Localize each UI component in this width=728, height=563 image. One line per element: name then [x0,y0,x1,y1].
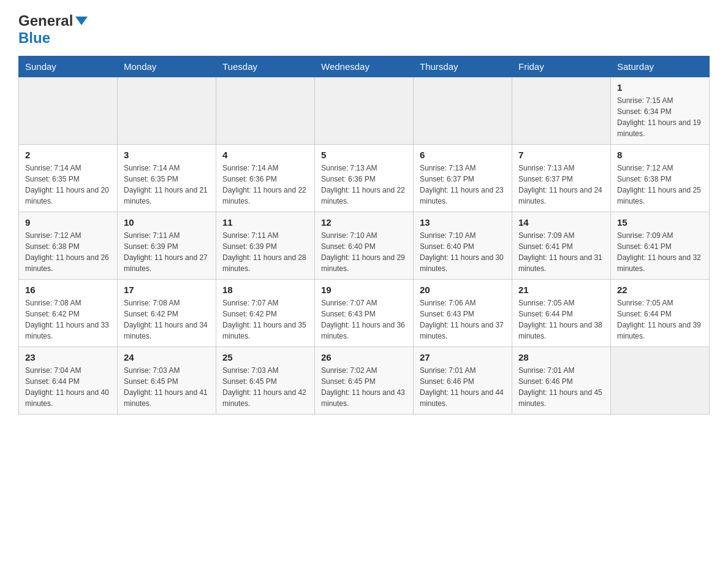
calendar-cell [19,77,118,145]
calendar-cell [315,77,414,145]
calendar-cell: 21Sunrise: 7:05 AM Sunset: 6:44 PM Dayli… [512,280,611,347]
day-number: 25 [222,352,308,362]
day-info: Sunrise: 7:02 AM Sunset: 6:45 PM Dayligh… [321,365,407,409]
day-info: Sunrise: 7:13 AM Sunset: 6:37 PM Dayligh… [518,163,604,207]
day-info: Sunrise: 7:01 AM Sunset: 6:46 PM Dayligh… [420,365,506,409]
day-number: 5 [321,150,407,160]
calendar-cell [118,77,216,145]
day-info: Sunrise: 7:08 AM Sunset: 6:42 PM Dayligh… [25,297,111,342]
day-number: 4 [222,150,308,160]
day-info: Sunrise: 7:10 AM Sunset: 6:40 PM Dayligh… [321,230,407,274]
day-number: 20 [420,285,506,295]
calendar-cell: 27Sunrise: 7:01 AM Sunset: 6:46 PM Dayli… [414,347,512,415]
day-number: 27 [420,352,506,362]
calendar-week-row: 1Sunrise: 7:15 AM Sunset: 6:34 PM Daylig… [19,77,710,145]
day-info: Sunrise: 7:07 AM Sunset: 6:43 PM Dayligh… [321,297,407,342]
calendar-table: SundayMondayTuesdayWednesdayThursdayFrid… [18,56,710,415]
calendar-cell: 14Sunrise: 7:09 AM Sunset: 6:41 PM Dayli… [512,212,611,280]
calendar-cell: 24Sunrise: 7:03 AM Sunset: 6:45 PM Dayli… [118,347,216,415]
calendar-header-saturday: Saturday [611,56,710,77]
calendar-cell: 18Sunrise: 7:07 AM Sunset: 6:42 PM Dayli… [216,280,315,347]
day-number: 14 [518,217,604,228]
page-header: General Blue [18,12,710,50]
day-number: 2 [25,150,111,160]
day-info: Sunrise: 7:14 AM Sunset: 6:35 PM Dayligh… [124,163,210,207]
day-info: Sunrise: 7:14 AM Sunset: 6:35 PM Dayligh… [25,163,111,207]
logo-blue-part: Blue [18,29,50,47]
day-info: Sunrise: 7:03 AM Sunset: 6:45 PM Dayligh… [222,365,308,409]
calendar-cell: 10Sunrise: 7:11 AM Sunset: 6:39 PM Dayli… [118,212,216,280]
day-number: 23 [25,352,111,362]
day-info: Sunrise: 7:11 AM Sunset: 6:39 PM Dayligh… [124,230,210,274]
day-info: Sunrise: 7:15 AM Sunset: 6:34 PM Dayligh… [617,95,703,139]
day-number: 26 [321,352,407,362]
logo-triangle-icon [75,17,88,25]
calendar-header-monday: Monday [118,56,216,77]
day-number: 9 [25,217,111,228]
logo-general-part: General [18,12,73,29]
day-number: 10 [124,217,210,228]
calendar-cell: 15Sunrise: 7:09 AM Sunset: 6:41 PM Dayli… [611,212,710,280]
calendar-cell: 9Sunrise: 7:12 AM Sunset: 6:38 PM Daylig… [19,212,118,280]
day-info: Sunrise: 7:04 AM Sunset: 6:44 PM Dayligh… [25,365,111,409]
calendar-cell: 26Sunrise: 7:02 AM Sunset: 6:45 PM Dayli… [315,347,414,415]
day-info: Sunrise: 7:08 AM Sunset: 6:42 PM Dayligh… [124,297,210,342]
calendar-cell: 16Sunrise: 7:08 AM Sunset: 6:42 PM Dayli… [19,280,118,347]
calendar-cell [216,77,315,145]
calendar-cell: 4Sunrise: 7:14 AM Sunset: 6:36 PM Daylig… [216,145,315,212]
day-info: Sunrise: 7:13 AM Sunset: 6:36 PM Dayligh… [321,163,407,207]
day-info: Sunrise: 7:03 AM Sunset: 6:45 PM Dayligh… [124,365,210,409]
day-number: 19 [321,285,407,295]
day-info: Sunrise: 7:01 AM Sunset: 6:46 PM Dayligh… [518,365,604,409]
day-number: 21 [518,285,604,295]
calendar-cell: 20Sunrise: 7:06 AM Sunset: 6:43 PM Dayli… [414,280,512,347]
day-number: 8 [617,150,703,160]
day-info: Sunrise: 7:10 AM Sunset: 6:40 PM Dayligh… [420,230,506,274]
calendar-header-wednesday: Wednesday [315,56,414,77]
day-info: Sunrise: 7:14 AM Sunset: 6:36 PM Dayligh… [222,163,308,207]
day-number: 22 [617,285,703,295]
day-number: 3 [124,150,210,160]
calendar-week-row: 23Sunrise: 7:04 AM Sunset: 6:44 PM Dayli… [19,347,710,415]
day-number: 24 [124,352,210,362]
day-info: Sunrise: 7:09 AM Sunset: 6:41 PM Dayligh… [617,230,703,274]
day-info: Sunrise: 7:12 AM Sunset: 6:38 PM Dayligh… [617,163,703,207]
day-number: 6 [420,150,506,160]
logo: General Blue [18,12,88,50]
day-info: Sunrise: 7:07 AM Sunset: 6:42 PM Dayligh… [222,297,308,342]
calendar-cell: 7Sunrise: 7:13 AM Sunset: 6:37 PM Daylig… [512,145,611,212]
calendar-cell: 8Sunrise: 7:12 AM Sunset: 6:38 PM Daylig… [611,145,710,212]
day-number: 15 [617,217,703,228]
day-info: Sunrise: 7:05 AM Sunset: 6:44 PM Dayligh… [617,297,703,342]
day-info: Sunrise: 7:09 AM Sunset: 6:41 PM Dayligh… [518,230,604,274]
calendar-cell: 5Sunrise: 7:13 AM Sunset: 6:36 PM Daylig… [315,145,414,212]
calendar-cell: 23Sunrise: 7:04 AM Sunset: 6:44 PM Dayli… [19,347,118,415]
calendar-header-friday: Friday [512,56,611,77]
calendar-cell: 22Sunrise: 7:05 AM Sunset: 6:44 PM Dayli… [611,280,710,347]
day-number: 13 [420,217,506,228]
calendar-cell: 2Sunrise: 7:14 AM Sunset: 6:35 PM Daylig… [19,145,118,212]
day-number: 17 [124,285,210,295]
calendar-cell: 3Sunrise: 7:14 AM Sunset: 6:35 PM Daylig… [118,145,216,212]
calendar-header-tuesday: Tuesday [216,56,315,77]
calendar-cell [414,77,512,145]
calendar-cell: 6Sunrise: 7:13 AM Sunset: 6:37 PM Daylig… [414,145,512,212]
day-number: 28 [518,352,604,362]
calendar-header-thursday: Thursday [414,56,512,77]
day-info: Sunrise: 7:05 AM Sunset: 6:44 PM Dayligh… [518,297,604,342]
day-info: Sunrise: 7:13 AM Sunset: 6:37 PM Dayligh… [420,163,506,207]
day-info: Sunrise: 7:06 AM Sunset: 6:43 PM Dayligh… [420,297,506,342]
calendar-cell [611,347,710,415]
calendar-week-row: 9Sunrise: 7:12 AM Sunset: 6:38 PM Daylig… [19,212,710,280]
calendar-cell: 12Sunrise: 7:10 AM Sunset: 6:40 PM Dayli… [315,212,414,280]
calendar-cell: 28Sunrise: 7:01 AM Sunset: 6:46 PM Dayli… [512,347,611,415]
day-number: 7 [518,150,604,160]
calendar-cell: 11Sunrise: 7:11 AM Sunset: 6:39 PM Dayli… [216,212,315,280]
day-number: 18 [222,285,308,295]
calendar-cell: 13Sunrise: 7:10 AM Sunset: 6:40 PM Dayli… [414,212,512,280]
calendar-cell: 25Sunrise: 7:03 AM Sunset: 6:45 PM Dayli… [216,347,315,415]
day-info: Sunrise: 7:12 AM Sunset: 6:38 PM Dayligh… [25,230,111,274]
day-info: Sunrise: 7:11 AM Sunset: 6:39 PM Dayligh… [222,230,308,274]
calendar-cell: 1Sunrise: 7:15 AM Sunset: 6:34 PM Daylig… [611,77,710,145]
calendar-week-row: 2Sunrise: 7:14 AM Sunset: 6:35 PM Daylig… [19,145,710,212]
